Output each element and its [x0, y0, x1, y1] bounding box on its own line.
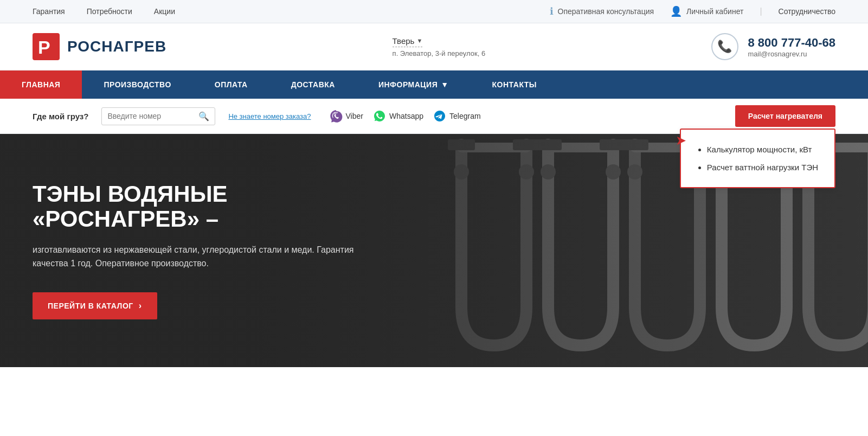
red-arrow-icon: ➤ — [676, 133, 686, 148]
messenger-links: Viber Whatsapp Telegram — [330, 110, 481, 123]
nav-payment[interactable]: ОПЛАТА — [193, 70, 269, 99]
nav-guarantee[interactable]: Гарантия — [33, 7, 65, 16]
header-right: 📞 8 800 777-40-68 mail@rosnagrev.ru — [711, 33, 835, 60]
phone-number[interactable]: 8 800 777-40-68 — [748, 36, 835, 50]
calc-option-watt[interactable]: Расчет ваттной нагрузки ТЭН — [707, 158, 818, 176]
logo-text: РОСНАГРЕВ — [67, 38, 166, 55]
logo-svg-icon: Р — [33, 33, 60, 60]
nav-info[interactable]: ИНФОРМАЦИЯ ▼ — [357, 70, 471, 99]
top-bar: Гарантия Потребности Акции ℹ Оперативная… — [0, 0, 868, 23]
partner-link[interactable]: Сотрудничество — [779, 7, 835, 16]
calc-dropdown-list: Калькулятор мощности, кВт Расчет ваттной… — [697, 140, 818, 176]
info-icon: ℹ — [550, 5, 554, 17]
top-bar-left: Гарантия Потребности Акции — [33, 7, 175, 16]
nav-home[interactable]: ГЛАВНАЯ — [0, 70, 82, 99]
nav-promos[interactable]: Акции — [154, 7, 175, 16]
main-nav: ГЛАВНАЯ ПРОИЗВОДСТВО ОПЛАТА ДОСТАВКА ИНФ… — [0, 70, 868, 99]
phone-info: 8 800 777-40-68 mail@rosnagrev.ru — [748, 36, 835, 58]
search-input[interactable] — [107, 112, 194, 120]
telegram-link[interactable]: Telegram — [433, 110, 481, 123]
user-icon: 👤 — [670, 5, 682, 17]
nav-production[interactable]: ПРОИЗВОДСТВО — [82, 70, 192, 99]
phone-icon: 📞 — [711, 33, 738, 60]
toolbar: Где мой груз? 🔍 Не знаете номер заказа? … — [0, 99, 868, 134]
header: Р РОСНАГРЕВ Тверь ▼ п. Элеватор, 3-й пер… — [0, 23, 868, 70]
city-arrow-icon: ▼ — [416, 37, 422, 44]
nav-contacts[interactable]: КОНТАКТЫ — [471, 70, 558, 99]
hero-catalog-button[interactable]: ПЕРЕЙТИ В КАТАЛОГ › — [33, 292, 157, 319]
nav-delivery[interactable]: ДОСТАВКА — [269, 70, 357, 99]
city-selector[interactable]: Тверь ▼ — [393, 36, 423, 47]
nav-needs[interactable]: Потребности — [87, 7, 132, 16]
nav-info-arrow: ▼ — [441, 80, 448, 89]
calc-option-power[interactable]: Калькулятор мощности, кВт — [707, 140, 818, 158]
divider: | — [760, 7, 762, 16]
hero-content: ТЭНЫ ВОДЯНЫЕ «РОСНАГРЕВ» – изготавливают… — [33, 182, 358, 319]
phone-email[interactable]: mail@rosnagrev.ru — [748, 50, 835, 58]
hero-btn-arrow-icon: › — [139, 301, 142, 311]
search-icon[interactable]: 🔍 — [198, 111, 209, 121]
viber-label: Viber — [346, 112, 363, 120]
viber-icon — [330, 110, 343, 123]
top-bar-right: ℹ Оперативная консультация 👤 Личный каби… — [550, 5, 835, 17]
hero-title: ТЭНЫ ВОДЯНЫЕ «РОСНАГРЕВ» – — [33, 182, 358, 232]
whatsapp-icon — [373, 110, 386, 123]
cabinet-link[interactable]: 👤 Личный кабинет — [670, 5, 743, 17]
logo[interactable]: Р РОСНАГРЕВ — [33, 33, 166, 60]
header-address: п. Элеватор, 3-й переулок, 6 — [393, 49, 486, 57]
whatsapp-link[interactable]: Whatsapp — [373, 110, 423, 123]
no-order-link[interactable]: Не знаете номер заказа? — [228, 112, 311, 120]
telegram-icon — [433, 110, 446, 123]
svg-text:Р: Р — [38, 37, 50, 57]
telegram-label: Telegram — [449, 112, 481, 120]
calc-button[interactable]: Расчет нагревателя — [735, 105, 835, 127]
viber-link[interactable]: Viber — [330, 110, 363, 123]
hero-subtitle: изготавливаются из нержавеющей стали, уг… — [33, 243, 358, 271]
search-box: 🔍 — [101, 107, 215, 125]
where-label: Где мой груз? — [33, 112, 88, 121]
calc-dropdown: ➤ Калькулятор мощности, кВт Расчет ваттн… — [680, 129, 835, 188]
phone-symbol: 📞 — [717, 40, 732, 54]
whatsapp-label: Whatsapp — [389, 112, 423, 120]
consult-link[interactable]: ℹ Оперативная консультация — [550, 5, 654, 17]
header-center: Тверь ▼ п. Элеватор, 3-й переулок, 6 — [393, 36, 486, 57]
